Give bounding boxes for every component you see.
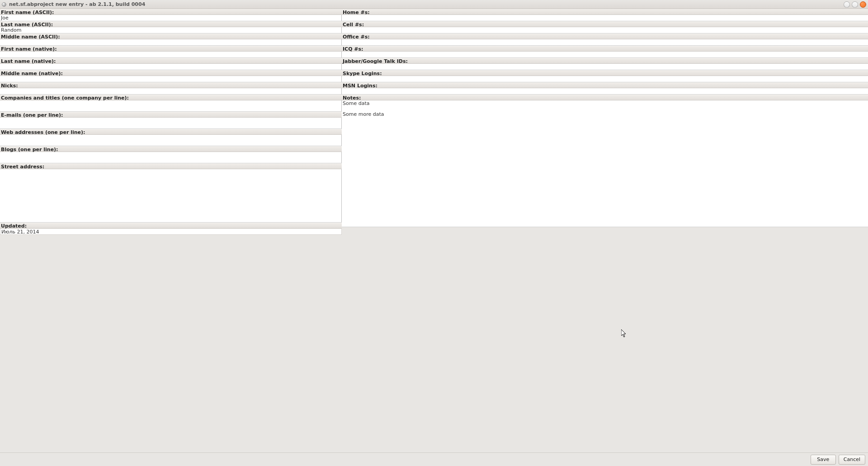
- companies-label: Companies and titles (one company per li…: [0, 95, 342, 100]
- notes-label: Notes:: [342, 95, 868, 100]
- close-icon[interactable]: [860, 1, 866, 8]
- cell-phones-input[interactable]: [342, 27, 868, 33]
- home-phones-input[interactable]: [342, 15, 868, 21]
- last-name-ascii-input[interactable]: [0, 27, 342, 33]
- middle-name-native-label: Middle name (native):: [0, 70, 342, 76]
- middle-name-ascii-label: Middle name (ASCII):: [0, 33, 342, 39]
- button-bar: Save Cancel: [0, 452, 868, 466]
- app-icon: [2, 2, 6, 7]
- nicks-input[interactable]: [0, 88, 342, 95]
- icq-input[interactable]: [342, 52, 868, 58]
- last-name-ascii-label: Last name (ASCII):: [0, 21, 342, 27]
- office-phones-label: Office #s:: [342, 33, 868, 39]
- home-phones-label: Home #s:: [342, 9, 868, 15]
- nicks-label: Nicks:: [0, 82, 342, 88]
- save-button[interactable]: Save: [811, 455, 836, 465]
- office-phones-input[interactable]: [342, 39, 868, 46]
- skype-input[interactable]: [342, 76, 868, 82]
- left-column: First name (ASCII): Last name (ASCII): M…: [0, 9, 342, 452]
- first-name-native-label: First name (native):: [0, 46, 342, 52]
- companies-textarea[interactable]: [0, 100, 342, 112]
- first-name-ascii-label: First name (ASCII):: [0, 9, 342, 15]
- updated-value: Июль 21, 2014: [0, 228, 342, 235]
- form-area: First name (ASCII): Last name (ASCII): M…: [0, 9, 868, 452]
- emails-label: E-mails (one per line):: [0, 112, 342, 118]
- web-label: Web addresses (one per line):: [0, 129, 342, 135]
- skype-label: Skype Logins:: [342, 70, 868, 76]
- msn-label: MSN Logins:: [342, 82, 868, 88]
- first-name-native-input[interactable]: [0, 52, 342, 58]
- street-textarea[interactable]: [0, 169, 342, 223]
- notes-textarea[interactable]: [342, 100, 868, 227]
- blogs-label: Blogs (one per line):: [0, 146, 342, 152]
- right-column: Home #s: Cell #s: Office #s: ICQ #s: Jab…: [342, 9, 868, 452]
- maximize-icon[interactable]: [852, 1, 858, 8]
- window-title: net.sf.abproject new entry - ab 2.1.1, b…: [9, 1, 145, 7]
- last-name-native-label: Last name (native):: [0, 58, 342, 64]
- last-name-native-input[interactable]: [0, 64, 342, 70]
- minimize-icon[interactable]: [844, 1, 850, 8]
- middle-name-ascii-input[interactable]: [0, 39, 342, 46]
- jabber-label: Jabber/Google Talk IDs:: [342, 58, 868, 64]
- jabber-input[interactable]: [342, 64, 868, 70]
- msn-input[interactable]: [342, 88, 868, 95]
- blogs-textarea[interactable]: [0, 152, 342, 163]
- first-name-ascii-input[interactable]: [0, 15, 342, 21]
- updated-label: Updated:: [0, 223, 342, 228]
- middle-name-native-input[interactable]: [0, 76, 342, 82]
- icq-label: ICQ #s:: [342, 46, 868, 52]
- street-label: Street address:: [0, 163, 342, 169]
- cancel-button[interactable]: Cancel: [839, 455, 865, 465]
- window-titlebar: net.sf.abproject new entry - ab 2.1.1, b…: [0, 0, 868, 9]
- cell-phones-label: Cell #s:: [342, 21, 868, 27]
- emails-textarea[interactable]: [0, 118, 342, 129]
- web-textarea[interactable]: [0, 135, 342, 146]
